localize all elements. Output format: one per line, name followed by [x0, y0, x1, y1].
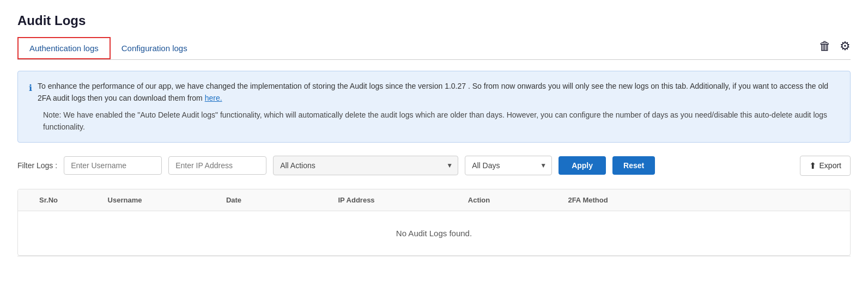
col-2fa-method: 2FA Method [533, 196, 642, 204]
table-header: Sr.No Username Date IP Address Action 2F… [18, 189, 850, 211]
actions-select-wrap: All Actions Login Logout Failed Login ▼ [273, 156, 458, 175]
trash-icon-button[interactable]: 🗑 [819, 39, 831, 53]
gear-icon: ⚙ [840, 39, 851, 53]
banner-line1: To enhance the performance of our app, w… [38, 80, 839, 105]
tab-configuration-logs[interactable]: Configuration logs [111, 37, 198, 59]
trash-icon: 🗑 [819, 39, 831, 53]
reset-button[interactable]: Reset [612, 156, 655, 175]
export-label: Export [820, 161, 841, 170]
col-srno: Sr.No [27, 196, 70, 204]
audit-table: Sr.No Username Date IP Address Action 2F… [17, 189, 851, 256]
username-input[interactable] [64, 156, 162, 175]
col-username: Username [70, 196, 179, 204]
table-empty-message: No Audit Logs found. [18, 211, 850, 255]
banner-line2: Note: We have enabled the "Auto Delete A… [29, 109, 839, 133]
days-select[interactable]: All Days Last 7 Days Last 30 Days Last 9… [465, 156, 552, 175]
filter-row: Filter Logs : All Actions Login Logout F… [17, 156, 851, 176]
col-date: Date [179, 196, 288, 204]
export-button[interactable]: ⬆ Export [800, 156, 851, 176]
filter-label: Filter Logs : [17, 161, 57, 170]
info-banner: ℹ To enhance the performance of our app,… [17, 71, 851, 143]
tab-authentication-logs[interactable]: Authentication logs [17, 37, 111, 59]
tabs-left: Authentication logs Configuration logs [17, 37, 198, 59]
tabs-container: Authentication logs Configuration logs 🗑… [17, 37, 851, 60]
bottom-divider [17, 256, 851, 256]
page-title: Audit Logs [17, 13, 851, 28]
ip-address-input[interactable] [168, 156, 266, 175]
apply-button[interactable]: Apply [559, 156, 606, 175]
info-icon: ℹ [29, 81, 32, 105]
settings-icon-button[interactable]: ⚙ [840, 39, 851, 53]
col-action: Action [424, 196, 533, 204]
col-ip-address: IP Address [288, 196, 424, 204]
days-select-wrap: All Days Last 7 Days Last 30 Days Last 9… [465, 156, 552, 175]
banner-link[interactable]: here. [205, 94, 222, 102]
export-icon: ⬆ [809, 161, 816, 171]
actions-select[interactable]: All Actions Login Logout Failed Login [273, 156, 458, 175]
tabs-actions: 🗑 ⚙ [819, 39, 851, 58]
